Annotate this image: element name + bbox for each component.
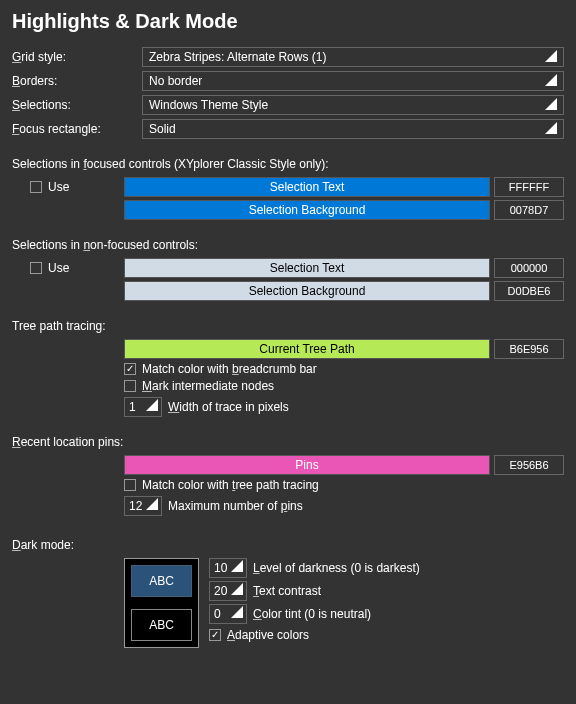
dropdown-icon [545,74,559,88]
tree-heading: Tree path tracing: [12,319,564,333]
nonfocused-text-color-button[interactable]: Selection Text [124,258,490,278]
dark-level-input[interactable]: 10 [209,558,247,578]
spinner-icon [146,498,160,512]
borders-label: Borders: [12,74,142,88]
focused-text-hex[interactable]: FFFFFF [494,177,564,197]
dark-preview-normal: ABC [131,609,192,641]
spinner-icon [231,560,245,574]
dropdown-icon [545,122,559,136]
nonfocused-bg-hex[interactable]: D0DBE6 [494,281,564,301]
dark-preview: ABC ABC [124,558,199,648]
borders-value: No border [149,74,202,88]
tree-match-checkbox[interactable] [124,363,136,375]
tree-mark-checkbox[interactable] [124,380,136,392]
dark-tint-label: Color tint (0 is neutral) [253,607,371,621]
dropdown-icon [545,50,559,64]
pins-heading: Recent location pins: [12,435,564,449]
focus-rect-combo[interactable]: Solid [142,119,564,139]
tree-mark-label: Mark intermediate nodes [142,379,274,393]
focused-heading: Selections in focused controls (XYplorer… [12,157,564,171]
tree-width-value: 1 [129,400,136,414]
grid-style-value: Zebra Stripes: Alternate Rows (1) [149,50,326,64]
dark-level-value: 10 [214,561,227,575]
spinner-icon [146,399,160,413]
pins-max-value: 12 [129,499,142,513]
dark-tint-value: 0 [214,607,221,621]
focused-text-color-button[interactable]: Selection Text [124,177,490,197]
focus-rect-label: Focus rectangle: [12,122,142,136]
nonfocused-bg-color-button[interactable]: Selection Background [124,281,490,301]
focus-rect-value: Solid [149,122,176,136]
dark-contrast-input[interactable]: 20 [209,581,247,601]
pins-match-label: Match color with tree path tracing [142,478,319,492]
dark-level-label: Level of darkness (0 is darkest) [253,561,420,575]
selections-combo[interactable]: Windows Theme Style [142,95,564,115]
nonfocused-text-hex[interactable]: 000000 [494,258,564,278]
pins-match-checkbox[interactable] [124,479,136,491]
nonfocused-use-checkbox[interactable] [30,262,42,274]
spinner-icon [231,606,245,620]
pins-max-label: Maximum number of pins [168,499,303,513]
dark-adaptive-checkbox[interactable] [209,629,221,641]
focused-bg-color-button[interactable]: Selection Background [124,200,490,220]
pins-color-button[interactable]: Pins [124,455,490,475]
pins-max-input[interactable]: 12 [124,496,162,516]
dark-contrast-value: 20 [214,584,227,598]
dark-adaptive-label: Adaptive colors [227,628,309,642]
nonfocused-heading: Selections in non-focused controls: [12,238,564,252]
tree-color-button[interactable]: Current Tree Path [124,339,490,359]
pins-hex[interactable]: E956B6 [494,455,564,475]
nonfocused-use-label: Use [48,261,69,275]
tree-width-input[interactable]: 1 [124,397,162,417]
tree-width-label: Width of trace in pixels [168,400,289,414]
focused-use-label: Use [48,180,69,194]
focused-use-checkbox[interactable] [30,181,42,193]
dark-tint-input[interactable]: 0 [209,604,247,624]
tree-hex[interactable]: B6E956 [494,339,564,359]
grid-style-combo[interactable]: Zebra Stripes: Alternate Rows (1) [142,47,564,67]
dark-heading: Dark mode: [12,538,564,552]
spinner-icon [231,583,245,597]
focused-bg-hex[interactable]: 0078D7 [494,200,564,220]
dark-preview-selected: ABC [131,565,192,597]
selections-label: Selections: [12,98,142,112]
grid-style-label: Grid style: [12,50,142,64]
dark-contrast-label: Text contrast [253,584,321,598]
selections-value: Windows Theme Style [149,98,268,112]
tree-match-label: Match color with breadcrumb bar [142,362,317,376]
page-title: Highlights & Dark Mode [12,10,564,33]
borders-combo[interactable]: No border [142,71,564,91]
dropdown-icon [545,98,559,112]
